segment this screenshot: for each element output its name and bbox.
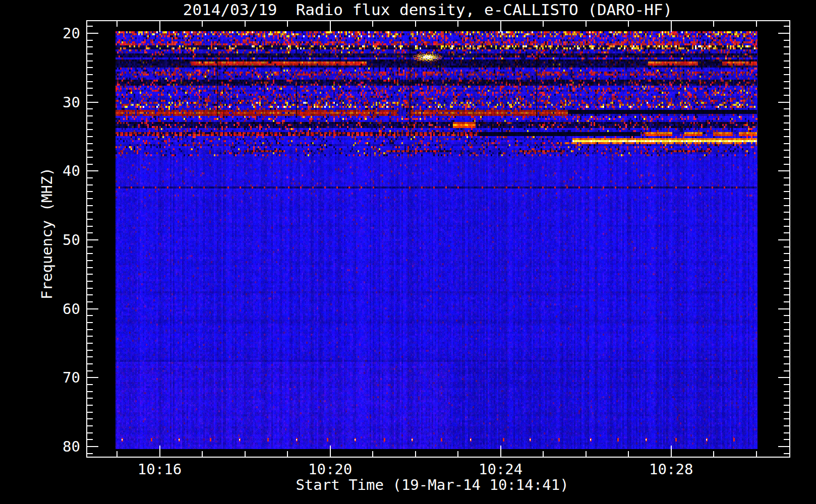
x-tick-label: 10:28 [649,461,693,478]
y-minor-tick [87,412,93,413]
y-minor-tick [87,26,93,27]
y-minor-tick-right [784,301,789,302]
y-minor-tick [87,46,93,47]
x-minor-tick [756,451,757,457]
x-minor-tick-top [543,21,544,27]
y-minor-tick-right [784,26,789,27]
y-minor-tick [87,81,93,82]
y-minor-tick-right [784,253,789,254]
y-minor-tick [87,322,93,323]
y-minor-tick [87,67,93,68]
y-major-tick [87,33,98,34]
y-tick-label: 40 [45,162,80,179]
y-minor-tick [87,253,93,254]
y-minor-tick [87,294,93,295]
x-minor-tick-top [202,21,203,27]
y-minor-tick [87,40,93,41]
x-minor-tick [372,451,373,457]
y-minor-tick [87,384,93,385]
y-minor-tick-right [784,122,789,123]
y-major-tick [87,102,98,103]
y-minor-tick-right [784,363,789,364]
x-minor-tick-top [586,21,587,27]
y-tick-label: 80 [45,438,80,455]
y-minor-tick-right [784,115,789,116]
y-minor-tick [87,136,93,137]
y-tick-label: 20 [45,25,80,42]
y-minor-tick-right [784,398,789,399]
y-minor-tick [87,150,93,151]
y-minor-tick-right [784,432,789,433]
y-major-tick-right [778,170,789,171]
y-minor-tick [87,108,93,109]
y-major-tick-right [778,446,789,447]
y-minor-tick-right [784,246,789,247]
x-minor-tick [116,451,118,457]
y-minor-tick-right [784,191,789,192]
y-minor-tick-right [784,74,789,75]
y-minor-tick [87,74,93,75]
y-minor-tick [87,288,93,289]
x-minor-tick-top [287,21,288,27]
y-minor-tick [87,267,93,268]
x-minor-tick [457,451,458,457]
x-tick-label: 10:24 [479,461,522,478]
y-minor-tick-right [784,315,789,316]
y-minor-tick [87,226,93,227]
y-minor-tick [87,88,93,89]
y-minor-tick-right [784,232,789,233]
y-minor-tick [87,115,93,116]
y-major-tick-right [778,377,789,378]
y-major-tick [87,170,98,171]
y-tick-label: 30 [45,94,80,111]
y-minor-tick-right [784,164,789,165]
y-minor-tick [87,363,93,364]
y-minor-tick-right [784,129,789,130]
y-minor-tick [87,95,93,96]
y-minor-tick [87,212,93,213]
y-minor-tick [87,177,93,178]
y-minor-tick [87,129,93,130]
y-minor-tick-right [784,281,789,282]
y-minor-tick [87,53,93,54]
y-minor-tick [87,260,93,261]
y-minor-tick-right [784,40,789,41]
y-minor-tick-right [784,425,789,426]
y-minor-tick-right [784,405,789,406]
x-minor-tick [245,451,246,457]
x-tick-label: 10:16 [138,461,182,478]
x-tick-label: 10:20 [308,461,352,478]
y-minor-tick-right [784,274,789,275]
y-minor-tick [87,329,93,330]
y-minor-tick-right [784,267,789,268]
x-minor-tick [713,451,714,457]
y-minor-tick [87,336,93,337]
y-minor-tick-right [784,219,789,220]
y-major-tick-right [778,308,789,309]
y-tick-label: 70 [45,369,80,386]
y-tick-label: 50 [45,231,80,248]
y-minor-tick-right [784,453,789,454]
y-minor-tick [87,405,93,406]
chart-title: 2014/03/19 Radio flux density, e-CALLIST… [76,1,780,19]
y-minor-tick-right [784,412,789,413]
y-minor-tick-right [784,439,789,440]
y-minor-tick-right [784,384,789,385]
y-minor-tick [87,246,93,247]
plot-frame [86,20,790,458]
x-minor-tick-top [713,21,714,27]
x-minor-tick [287,451,288,457]
y-minor-tick [87,198,93,199]
y-major-tick-right [778,239,789,240]
y-minor-tick-right [784,198,789,199]
y-major-tick [87,239,98,240]
y-tick-label: 60 [45,300,80,318]
y-minor-tick-right [784,67,789,68]
y-minor-tick-right [784,81,789,82]
y-minor-tick-right [784,157,789,158]
y-minor-tick-right [784,329,789,330]
y-minor-tick-right [784,336,789,337]
y-minor-tick [87,418,93,419]
y-minor-tick-right [784,88,789,89]
y-minor-tick [87,143,93,144]
